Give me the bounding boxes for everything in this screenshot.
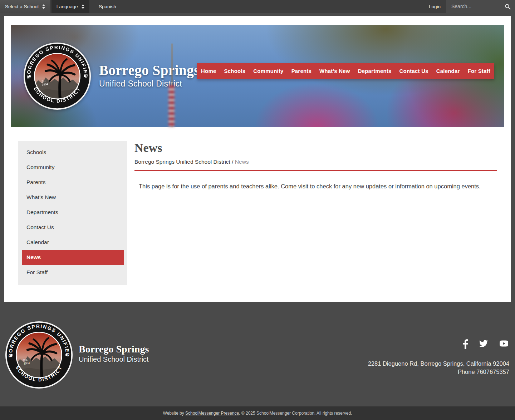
- sidebar-navigation: Schools Community Parents What's New Dep…: [18, 141, 127, 285]
- district-logo: [23, 42, 91, 110]
- footer-title-block: Borrego Springs Unified School District: [79, 344, 149, 364]
- search-icon[interactable]: [505, 4, 511, 10]
- youtube-icon[interactable]: [499, 339, 509, 348]
- footer-district-name: Borrego Springs: [79, 344, 149, 354]
- nav-item-whats-new[interactable]: What's New: [315, 63, 354, 79]
- breadcrumb: Borrego Springs Unified School District …: [134, 159, 497, 165]
- main-navigation: Home Schools Community Parents What's Ne…: [197, 63, 494, 79]
- footer-right-block: 2281 Diegueno Rd, Borrego Springs, Calif…: [368, 338, 511, 376]
- copyright-suffix: . © 2025 SchoolMessenger Corporation. Al…: [239, 411, 352, 416]
- nav-item-departments[interactable]: Departments: [354, 63, 396, 79]
- address-line: 2281 Diegueno Rd, Borrego Springs, Calif…: [368, 360, 509, 368]
- nav-item-parents[interactable]: Parents: [288, 63, 315, 79]
- nav-item-contact-us[interactable]: Contact Us: [396, 63, 432, 79]
- topbar-spacer: [122, 0, 423, 13]
- sidebar-item-for-staff[interactable]: For Staff: [18, 265, 127, 280]
- content-row: Schools Community Parents What's New Dep…: [11, 127, 504, 302]
- sidebar-item-whats-new[interactable]: What's New: [18, 190, 127, 205]
- sidebar-item-calendar[interactable]: Calendar: [18, 235, 127, 250]
- page-title: News: [134, 141, 497, 154]
- facebook-icon[interactable]: [463, 338, 469, 349]
- search-box: [446, 0, 515, 13]
- select-school-label: Select a School: [5, 4, 39, 9]
- select-school-arrows-icon: [42, 4, 45, 9]
- translate-spanish-link[interactable]: Spanish: [93, 0, 122, 13]
- top-utility-bar: Select a School Language Spanish Login: [0, 0, 515, 13]
- main-content: News Borrego Springs Unified School Dist…: [127, 141, 497, 285]
- footer-logo: [5, 321, 73, 389]
- nav-item-calendar[interactable]: Calendar: [432, 63, 464, 79]
- breadcrumb-separator: /: [230, 159, 235, 165]
- page-body-text: This page is for the use of parents and …: [139, 182, 489, 191]
- sidebar-item-parents[interactable]: Parents: [18, 175, 127, 190]
- nav-item-home[interactable]: Home: [197, 63, 220, 79]
- twitter-icon[interactable]: [479, 339, 489, 348]
- footer: Borrego Springs Unified School District: [0, 302, 515, 406]
- page-card: Borrego Springs Unified School District …: [4, 16, 511, 302]
- sidebar-item-news[interactable]: News: [22, 250, 124, 265]
- footer-address: 2281 Diegueno Rd, Borrego Springs, Calif…: [368, 360, 509, 376]
- language-arrows-icon: [82, 4, 84, 9]
- nav-item-community[interactable]: Community: [249, 63, 287, 79]
- copyright-prefix: Website by: [163, 411, 185, 416]
- select-school-dropdown[interactable]: Select a School: [0, 0, 50, 13]
- search-input[interactable]: [451, 3, 502, 10]
- language-dropdown[interactable]: Language: [52, 0, 89, 13]
- breadcrumb-root-link[interactable]: Borrego Springs Unified School District: [134, 159, 230, 165]
- breadcrumb-current: News: [235, 159, 249, 165]
- sidebar-item-schools[interactable]: Schools: [18, 145, 127, 160]
- district-name: Borrego Springs: [99, 63, 200, 78]
- schoolmessenger-link[interactable]: SchoolMessenger Presence: [185, 411, 239, 416]
- copyright-bar: Website by SchoolMessenger Presence. © 2…: [0, 406, 515, 420]
- red-divider: [134, 170, 497, 171]
- district-subtitle: Unified School District: [99, 79, 200, 89]
- district-title-block: Borrego Springs Unified School District: [99, 63, 200, 89]
- social-links: [368, 338, 509, 349]
- footer-district-subtitle: Unified School District: [79, 355, 149, 364]
- sidebar-item-community[interactable]: Community: [18, 160, 127, 175]
- login-link[interactable]: Login: [423, 0, 446, 13]
- flag-photo-detail: [168, 85, 175, 127]
- sidebar-item-contact-us[interactable]: Contact Us: [18, 220, 127, 235]
- nav-item-schools[interactable]: Schools: [220, 63, 250, 79]
- phone-line: Phone 7607675357: [368, 368, 509, 376]
- hero-header: Borrego Springs Unified School District …: [11, 25, 504, 127]
- language-label: Language: [57, 4, 78, 9]
- sidebar-item-departments[interactable]: Departments: [18, 205, 127, 220]
- nav-item-for-staff[interactable]: For Staff: [464, 63, 494, 79]
